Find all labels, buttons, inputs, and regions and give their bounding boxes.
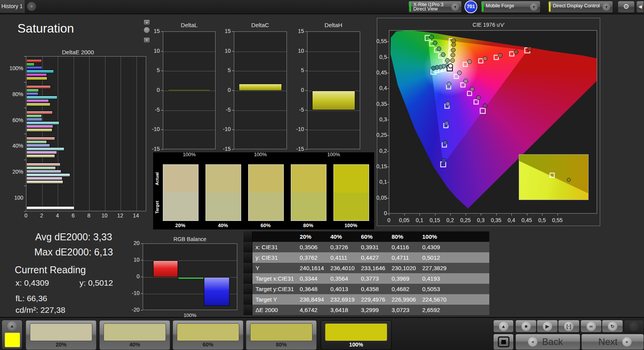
cie-x-tick [435, 214, 435, 216]
de-bar-100%-1 [26, 63, 35, 66]
actual-row-label: Actual [155, 162, 159, 185]
filler [449, 242, 489, 252]
display-control-name: Direct Display Control [553, 3, 600, 9]
cie-y-tick [387, 214, 389, 214]
rgb_balance-x-label: 100% [143, 312, 237, 318]
deltaC-bar-0 [239, 84, 282, 91]
table-cell: 0,3726 [326, 242, 357, 252]
tab-history-1[interactable]: History 1 [0, 0, 24, 13]
de-bar-60%-0 [26, 111, 53, 114]
table-row: Y240,1614236,4010233,1646230,1020227,382… [243, 263, 489, 273]
avg-de2000-value: Avg dE2000: 3,33 [19, 231, 128, 243]
de-bar-20%-0 [26, 163, 60, 166]
play-button[interactable]: ▶ [537, 320, 558, 333]
column-header: 20% [296, 231, 326, 242]
deltah-chart-title: DeltaH [306, 22, 361, 28]
cie-x-tick-label: 0,1 [412, 217, 427, 223]
display-control-dropdown[interactable]: Direct Display Control ▼ [548, 1, 613, 13]
de-bar-40%-4 [26, 151, 57, 154]
filler [449, 231, 489, 242]
y-axis-tick [161, 51, 163, 52]
cie-measured-red-1 [467, 59, 472, 64]
y-axis-tick [24, 108, 26, 108]
cie-y-tick [387, 57, 389, 58]
group-label: 100 [2, 195, 23, 201]
cie-y-tick-label: 0 [369, 210, 387, 216]
transport-up-button[interactable]: ▲ [493, 320, 514, 333]
patch-button-80%[interactable]: 80% [246, 320, 317, 350]
scroll-down-button[interactable]: ▼ [143, 37, 150, 43]
table-cell: 0,3506 [296, 242, 326, 252]
y-axis-tick [141, 277, 143, 277]
continuous-measure-button[interactable]: ∞ [580, 320, 602, 333]
table-cell: 0,5053 [418, 284, 449, 294]
actual-color [291, 165, 326, 193]
gridline [136, 57, 137, 211]
cie-measured-magenta-5 [483, 103, 487, 108]
scroll-up-button[interactable]: ▲ [143, 19, 150, 25]
pattern-window-button[interactable] [493, 334, 514, 350]
table-row: Target y:CIE310,36480,40130,43580,46820,… [243, 284, 489, 294]
add-tab-button[interactable]: + [27, 2, 36, 11]
y-tick-label: 20 [124, 240, 140, 246]
cie-y-tick-label: 0,3 [369, 116, 387, 122]
y-axis-tick [232, 71, 234, 71]
deltaH-bar-0 [312, 91, 355, 110]
next-button[interactable]: Next » [581, 334, 644, 350]
table-cell: 236,8494 [296, 294, 326, 305]
record-indicator-button[interactable] [624, 320, 644, 333]
y-tick-label: 5 [215, 67, 231, 73]
patch-button-20%[interactable]: 20% [26, 320, 97, 350]
cie-x-tick-label: 0,45 [519, 217, 535, 223]
patch-button-100%[interactable]: 100% [321, 320, 392, 350]
patch-swatch [250, 323, 313, 341]
y-axis-tick [24, 186, 26, 186]
y-axis-tick [141, 310, 143, 310]
meter-delay-badge[interactable]: 701 [464, 0, 477, 13]
de-bar-20%-1 [26, 166, 56, 170]
y-axis-tick [305, 149, 307, 150]
row-handle [243, 242, 252, 252]
y-axis-tick [232, 90, 234, 91]
swatch-compare-panel: Actual Target 20%40%60%80%100% [153, 152, 374, 229]
table-cell: 0,5012 [418, 252, 449, 263]
de-bar-80%-1 [26, 89, 39, 92]
gridline [163, 91, 215, 91]
collapse-panel-button[interactable]: ◀ [636, 1, 644, 13]
x-tick-label: 10 [99, 212, 110, 219]
source-dropdown[interactable]: Mobile Forge ▼ [481, 1, 540, 13]
deltac-chart-title: DeltaC [233, 22, 287, 28]
settings-button[interactable]: ⚙ [618, 1, 635, 13]
meter-dropdown[interactable]: X-Rite i1Pro 3 Direct View ▼ [408, 1, 462, 13]
inset-measured-circle [567, 178, 571, 182]
y-tick-label: -5 [144, 107, 160, 113]
patch-button-40%[interactable]: 40% [99, 320, 170, 350]
cie-y-tick [387, 73, 389, 73]
cie-x-tick [558, 214, 558, 216]
table-cell: 232,6919 [326, 294, 357, 305]
gridline [307, 71, 360, 71]
de-bar-20%-2 [26, 170, 61, 173]
current-patch-swatch[interactable] [5, 333, 20, 347]
row-label: Target Y [252, 294, 296, 305]
top-tab-bar: History 1 + X-Rite i1Pro 3 Direct View ▼… [0, 0, 644, 14]
table-cell: 3,2999 [357, 305, 388, 315]
refresh-button[interactable]: ↻ [602, 320, 623, 333]
x-tick-label: 14 [130, 212, 142, 219]
deltal-chart-title: DeltaL [162, 22, 216, 28]
measure-range-button[interactable]: [-] [558, 320, 580, 333]
stop-button[interactable]: ■ [515, 320, 537, 333]
chevron-down-icon: ▼ [530, 3, 538, 11]
y-axis-tick [232, 149, 234, 150]
cie-measured-green-3 [437, 47, 441, 51]
x-tick-label: 6 [67, 212, 79, 219]
back-button[interactable]: « Back [515, 334, 580, 350]
stop-icon: ■ [521, 322, 531, 331]
patch-list-up-button[interactable]: ▲ [7, 321, 17, 331]
current-cd-value: cd/m²: 227,38 [16, 305, 65, 315]
patch-button-60%[interactable]: 60% [173, 320, 243, 350]
corner-cell [252, 231, 296, 242]
cie-y-tick-label: 0,1 [369, 179, 387, 185]
pattern-square-icon [498, 336, 509, 347]
cie-target-magenta-5 [480, 108, 485, 114]
